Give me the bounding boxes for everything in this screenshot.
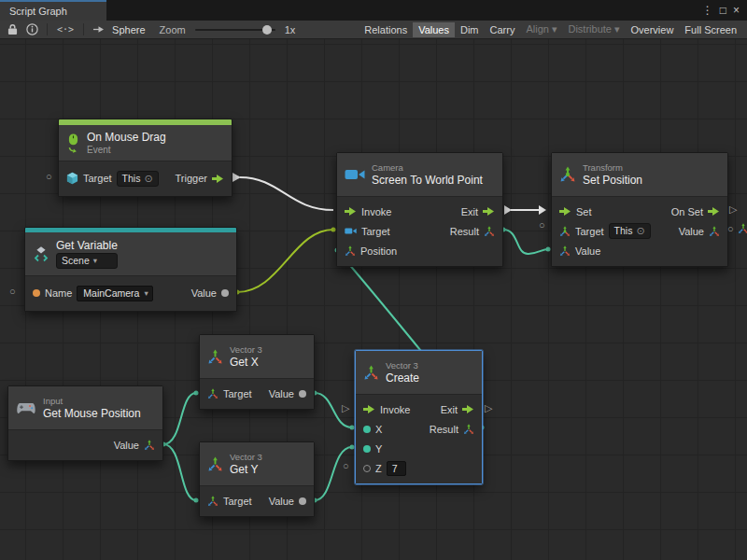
port-arrow[interactable]: ▷	[485, 403, 492, 413]
port-y-label: Y	[375, 443, 382, 455]
this-chip[interactable]: This ⊙	[609, 223, 651, 239]
input-icon	[16, 402, 36, 414]
window-maximize-icon[interactable]: □	[720, 5, 726, 16]
toolbar-separator	[83, 23, 84, 35]
port-result-label: Result	[450, 226, 479, 237]
this-target-icon: ⊙	[144, 174, 152, 184]
port-value-label: Value	[269, 388, 294, 399]
port-target-label: Target	[575, 226, 604, 237]
port-value-out-label: Value	[679, 226, 704, 237]
value-out-port[interactable]	[299, 497, 306, 505]
breadcrumb-graph-name[interactable]: Sphere	[110, 24, 150, 35]
flow-out-icon[interactable]	[212, 174, 224, 184]
zoom-slider[interactable]	[195, 29, 275, 31]
port-circle[interactable]: ○	[343, 461, 349, 471]
toolbar-button-relations[interactable]: Relations	[359, 22, 413, 37]
lock-icon[interactable]	[5, 23, 21, 35]
zoom-slider-handle[interactable]	[262, 25, 272, 35]
port-value-label: Value	[114, 440, 139, 451]
toolbar-button-distribute[interactable]: Distribute ▾	[562, 21, 625, 37]
flow-in-icon[interactable]	[345, 206, 357, 217]
flow-out-icon[interactable]	[483, 206, 495, 217]
code-preview-icon[interactable]: <·>	[53, 24, 78, 35]
vector3-port-icon[interactable]	[207, 388, 218, 399]
node-subtitle: Event	[87, 145, 166, 156]
tab-script-graph[interactable]: Script Graph	[0, 0, 106, 21]
node-on-mouse-drag[interactable]: On Mouse Drag Event Target This ⊙ Trigge…	[58, 119, 233, 197]
port-value-label: Value	[191, 287, 217, 299]
port-row: Target Value	[200, 384, 314, 403]
node-title: On Mouse Drag	[87, 131, 166, 144]
vector3-icon	[363, 365, 379, 381]
port-exit-label: Exit	[461, 206, 478, 217]
port-value-in-label: Value	[575, 245, 600, 257]
flow-out-icon[interactable]	[708, 206, 720, 217]
camera-port-icon[interactable]	[345, 227, 357, 235]
node-set-position[interactable]: Transform Set Position Set On Set Target…	[551, 152, 728, 267]
vector3-port-icon[interactable]	[709, 226, 720, 237]
vector3-port-icon[interactable]	[463, 424, 474, 435]
port-position-label: Position	[360, 245, 397, 257]
flow-out-icon[interactable]	[462, 404, 474, 414]
node-title: Get Y	[230, 463, 262, 476]
port-target-label: Target	[83, 173, 112, 184]
node-get-variable[interactable]: Get Variable Scene ▾ Name MainCamera ▾	[24, 227, 237, 312]
toolbar-button-dim[interactable]: Dim	[455, 22, 485, 37]
vector3-port-icon[interactable]	[144, 440, 155, 451]
value-out-port[interactable]	[221, 289, 229, 297]
z-value-field[interactable]: 7	[387, 461, 406, 476]
window-close-icon[interactable]: ×	[733, 5, 740, 16]
port-target-label: Target	[223, 496, 252, 507]
port-arrow[interactable]: ▷	[342, 403, 349, 413]
value-out-port[interactable]	[299, 390, 306, 398]
variable-name-dropdown[interactable]: MainCamera ▾	[77, 286, 152, 301]
window-menu-icon[interactable]: ⋮	[702, 5, 713, 16]
vector3-port-icon[interactable]	[484, 226, 495, 237]
port-on-set-label: On Set	[671, 206, 703, 217]
node-category: Camera	[372, 162, 483, 173]
string-port[interactable]	[33, 289, 40, 297]
node-category: Transform	[583, 162, 642, 173]
vector3-port-icon[interactable]	[345, 245, 356, 257]
port-row: Invoke Exit	[356, 399, 482, 419]
port-name-label: Name	[45, 287, 72, 299]
gameobject-icon[interactable]	[66, 172, 78, 185]
port-row: X Result	[356, 419, 482, 439]
port-target-label: Target	[223, 388, 252, 399]
this-chip[interactable]: This ⊙	[117, 171, 159, 187]
port-row: Y	[356, 439, 482, 458]
node-title: Set Position	[583, 174, 642, 187]
port-row: Set On Set	[552, 202, 727, 221]
x-in-port[interactable]	[363, 426, 371, 433]
flow-in-icon[interactable]	[559, 206, 571, 217]
port-circle[interactable]: ○	[9, 287, 16, 297]
port-circle[interactable]: ○	[727, 224, 734, 234]
toolbar-button-values[interactable]: Values	[413, 22, 455, 37]
node-get-x[interactable]: Vector 3 Get X Target Value	[199, 334, 315, 410]
vector3-port-icon[interactable]	[559, 245, 571, 257]
port-arrow[interactable]: ▷	[729, 204, 737, 215]
variable-scope-dropdown[interactable]: Scene ▾	[56, 253, 118, 269]
toolbar-separator	[47, 23, 48, 35]
node-screen-to-world-point[interactable]: Camera Screen To World Point Invoke Exit…	[336, 152, 503, 267]
vector3-port-icon[interactable]	[207, 496, 218, 507]
transform-port-icon[interactable]	[559, 226, 571, 237]
port-row: Z 7	[356, 458, 482, 478]
node-get-mouse-position[interactable]: Input Get Mouse Position Value	[7, 385, 163, 461]
z-in-port[interactable]	[363, 465, 371, 472]
y-in-port[interactable]	[363, 445, 371, 453]
zoom-label: Zoom	[160, 24, 186, 35]
flow-in-icon[interactable]	[363, 404, 375, 414]
node-get-y[interactable]: Vector 3 Get Y Target Value	[199, 441, 315, 517]
toolbar-button-carry[interactable]: Carry	[485, 22, 521, 37]
graph-canvas[interactable]: ○ ○ ○ ▷ ○ ▷ ▷ ○ On Mouse Drag Event Targ…	[0, 39, 747, 560]
port-circle[interactable]: ○	[539, 220, 545, 231]
toolbar-button-group: RelationsValuesDimCarryAlign ▾Distribute…	[359, 21, 742, 38]
toolbar-button-overview[interactable]: Overview	[626, 22, 680, 37]
port-circle[interactable]: ○	[46, 172, 52, 182]
toolbar-button-align[interactable]: Align ▾	[520, 21, 562, 37]
vector3-port-icon[interactable]	[738, 223, 747, 234]
info-icon[interactable]	[23, 23, 41, 35]
toolbar-button-full-screen[interactable]: Full Screen	[679, 22, 742, 37]
node-create-vector3[interactable]: Vector 3 Create Invoke Exit X Result	[355, 350, 483, 484]
